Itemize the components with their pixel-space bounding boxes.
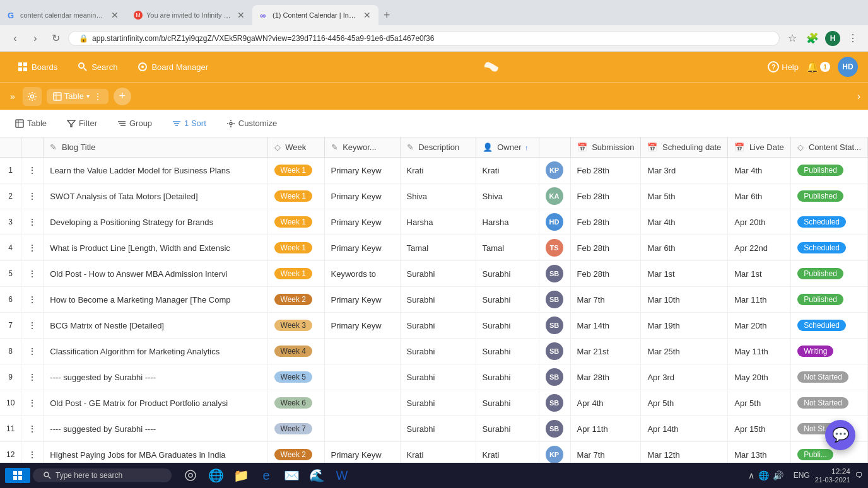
row-drag-handle[interactable]: ⋮ bbox=[21, 183, 44, 209]
reload-button[interactable]: ↻ bbox=[48, 31, 63, 46]
submission-cell: Mar 7th bbox=[570, 442, 641, 463]
table-row[interactable]: 4 ⋮ What is Product Line [Length, Width … bbox=[0, 235, 868, 261]
row-drag-handle[interactable]: ⋮ bbox=[21, 235, 44, 261]
row-drag-handle[interactable]: ⋮ bbox=[21, 158, 44, 183]
table-row[interactable]: 10 ⋮ Old Post - GE Matrix for Product Po… bbox=[0, 390, 868, 416]
tab-3[interactable]: ∞ (1) Content Calendar | Infinity ✕ bbox=[252, 5, 378, 25]
new-tab-button[interactable]: + bbox=[384, 9, 390, 22]
help-button[interactable]: ? Help bbox=[768, 61, 799, 73]
star-icon[interactable]: ☆ bbox=[785, 31, 800, 46]
row-drag-handle[interactable]: ⋮ bbox=[21, 261, 44, 287]
th-week[interactable]: ◇ Week bbox=[267, 137, 324, 158]
tab-2[interactable]: M You are invited to Infinity - harsh...… bbox=[126, 5, 252, 25]
owner-cell: Surabhi bbox=[476, 390, 539, 416]
menu-icon[interactable]: ⋮ bbox=[845, 31, 860, 46]
notifications-button[interactable]: 🔔 1 bbox=[806, 61, 830, 73]
row-drag-handle[interactable]: ⋮ bbox=[21, 364, 44, 390]
row-drag-handle[interactable]: ⋮ bbox=[21, 390, 44, 416]
boards-button[interactable]: Boards bbox=[10, 58, 65, 76]
row-drag-handle[interactable]: ⋮ bbox=[21, 442, 44, 463]
live-date-cell: Apr 5th bbox=[728, 390, 791, 416]
row-drag-handle[interactable]: ⋮ bbox=[21, 339, 44, 364]
blog-title-cell: Learn the Value Ladder Model for Busines… bbox=[44, 158, 267, 183]
submission-cell: Mar 14th bbox=[570, 313, 641, 339]
live-date-cell: Apr 15th bbox=[728, 416, 791, 442]
settings-button[interactable] bbox=[23, 87, 42, 106]
th-status-icon: ◇ bbox=[797, 142, 804, 152]
blog-title-cell: ---- suggested by Surabhi ---- bbox=[44, 364, 267, 390]
th-description[interactable]: ✎ Description bbox=[400, 137, 476, 158]
tab-1[interactable]: G content calendar meaning - Goo... ✕ bbox=[0, 5, 126, 25]
chat-button[interactable]: 💬 bbox=[825, 420, 855, 450]
table-row[interactable]: 12 ⋮ Highest Paying Jobs for MBA Graduat… bbox=[0, 442, 868, 463]
profile-icon[interactable]: H bbox=[825, 31, 840, 46]
owner-cell: Krati bbox=[476, 158, 539, 183]
table-row[interactable]: 1 ⋮ Learn the Value Ladder Model for Bus… bbox=[0, 158, 868, 183]
status-badge: Publi... bbox=[797, 449, 833, 460]
th-owner-label: Owner bbox=[497, 142, 521, 152]
toolbar-chevron-left[interactable]: » bbox=[8, 89, 18, 104]
th-content-status[interactable]: ◇ Content Stat... bbox=[791, 137, 868, 158]
table-row[interactable]: 3 ⋮ Developing a Positioning Strategy fo… bbox=[0, 209, 868, 235]
table-row[interactable]: 2 ⋮ SWOT Analysis of Tata Motors [Detail… bbox=[0, 183, 868, 209]
tab-bar: G content calendar meaning - Goo... ✕ M … bbox=[0, 0, 868, 25]
status-cell: Scheduled bbox=[791, 235, 868, 261]
address-bar[interactable]: 🔒 app.startinfinity.com/b/cRZ1yi9qzgZ/VX… bbox=[68, 31, 780, 46]
board-manager-button[interactable]: Board Manager bbox=[130, 58, 216, 76]
infinity-logo bbox=[479, 54, 505, 79]
status-cell: Published bbox=[791, 287, 868, 313]
table-row[interactable]: 7 ⋮ BCG Matrix of Nestle [Detailed] Week… bbox=[0, 313, 868, 339]
table-view-button[interactable]: Table ▾ ⋮ bbox=[47, 89, 108, 104]
th-submission[interactable]: 📅 Submission bbox=[570, 137, 641, 158]
bell-icon: 🔔 bbox=[806, 61, 819, 73]
owner-avatar: SB bbox=[546, 368, 563, 386]
customize-button[interactable]: Customize bbox=[221, 116, 282, 131]
th-keyword-label: Keywor... bbox=[343, 142, 376, 152]
gear-icon bbox=[27, 91, 37, 102]
table-row[interactable]: 11 ⋮ ---- suggested by Surabhi ---- Week… bbox=[0, 416, 868, 442]
add-view-button[interactable]: + bbox=[114, 88, 131, 105]
table-row[interactable]: 8 ⋮ Classification Algorithm for Marketi… bbox=[0, 339, 868, 364]
description-cell: Surabhi bbox=[400, 390, 476, 416]
th-scheduling[interactable]: 📅 Scheduling date bbox=[641, 137, 728, 158]
filter-button[interactable]: Filter bbox=[62, 116, 102, 131]
extensions-icon[interactable]: 🧩 bbox=[805, 31, 820, 46]
row-drag-handle[interactable]: ⋮ bbox=[21, 287, 44, 313]
group-button[interactable]: Group bbox=[112, 116, 157, 131]
tab-close-2[interactable]: ✕ bbox=[237, 10, 245, 20]
view-more-icon[interactable]: ⋮ bbox=[93, 91, 102, 102]
table-row[interactable]: 9 ⋮ ---- suggested by Surabhi ---- Week … bbox=[0, 364, 868, 390]
th-live-date[interactable]: 📅 Live Date bbox=[728, 137, 791, 158]
week-cell: Week 6 bbox=[267, 390, 324, 416]
table-row[interactable]: 5 ⋮ Old Post - How to Answer MBA Admissi… bbox=[0, 261, 868, 287]
table-ctrl-button[interactable]: Table bbox=[10, 116, 52, 131]
row-drag-handle[interactable]: ⋮ bbox=[21, 313, 44, 339]
svg-point-4 bbox=[79, 63, 84, 68]
table-row[interactable]: 6 ⋮ How to Become a Marketing Manager [T… bbox=[0, 287, 868, 313]
week-badge: Week 5 bbox=[274, 371, 312, 383]
search-button[interactable]: Search bbox=[70, 58, 125, 76]
tab-title-3: (1) Content Calendar | Infinity bbox=[273, 11, 357, 19]
forward-button[interactable]: › bbox=[28, 31, 43, 46]
th-blog-title[interactable]: ✎ Blog Title bbox=[44, 137, 267, 158]
row-drag-handle[interactable]: ⋮ bbox=[21, 416, 44, 442]
toolbar-arrow-right[interactable]: › bbox=[857, 91, 860, 102]
sort-button[interactable]: 1 Sort bbox=[167, 116, 211, 131]
table-container[interactable]: ✎ Blog Title ◇ Week ✎ Keywor... ✎ Descri… bbox=[0, 137, 868, 463]
add-icon: + bbox=[119, 90, 126, 103]
notification-badge: 1 bbox=[820, 62, 830, 72]
help-label: Help bbox=[782, 62, 799, 72]
tab-close-1[interactable]: ✕ bbox=[111, 10, 119, 20]
user-avatar[interactable]: HD bbox=[838, 57, 858, 77]
th-keyword[interactable]: ✎ Keywor... bbox=[324, 137, 400, 158]
view-label: Table bbox=[64, 91, 84, 101]
back-button[interactable]: ‹ bbox=[8, 31, 23, 46]
scheduling-cell: Apr 14th bbox=[641, 416, 728, 442]
owner-avatar-cell: SB bbox=[539, 313, 570, 339]
th-owner-icon: 👤 bbox=[483, 142, 493, 152]
th-blog-title-label: Blog Title bbox=[62, 142, 95, 152]
th-owner[interactable]: 👤 Owner ↑ bbox=[476, 137, 539, 158]
row-drag-handle[interactable]: ⋮ bbox=[21, 209, 44, 235]
tab-close-3[interactable]: ✕ bbox=[363, 10, 371, 20]
description-cell: Surabhi bbox=[400, 287, 476, 313]
